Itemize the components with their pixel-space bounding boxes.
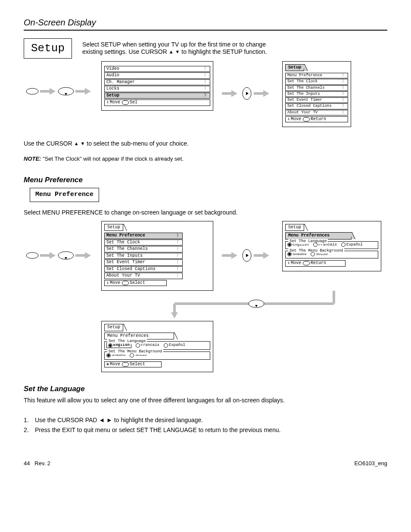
chevron-right-icon: 〉 (204, 87, 208, 91)
menu-item[interactable]: Set The Inputs〉 (285, 91, 348, 97)
menu-item[interactable]: Set Closed Captions〉 (104, 266, 183, 273)
menu-footer: ⇕Move Return (285, 260, 346, 267)
step-text: Press the EXIT to quit menu or select SE… (35, 426, 280, 434)
radio-icon (341, 243, 346, 247)
note-text: "Set The Clock" will not appear if the c… (43, 156, 184, 162)
menu-item[interactable]: About Your TV〉 (104, 273, 183, 279)
svg-marker-17 (65, 257, 67, 259)
step-text: Use the CURSOR PAD ◄ ► to highlight the … (35, 417, 203, 424)
press-right (218, 221, 282, 264)
radio-icon (108, 343, 112, 348)
svg-marker-12 (263, 90, 269, 97)
radio-icon (106, 353, 111, 358)
menu-item[interactable]: Set The Clock〉 (104, 240, 183, 246)
lang-option-espanol[interactable]: Español (164, 342, 185, 348)
paragraph: This feature will allow you to select an… (24, 397, 387, 404)
breadcrumb: Setup (104, 324, 123, 331)
procedure-text: Select MENU PREFERENCE to change on-scre… (24, 209, 387, 217)
svg-marker-19 (85, 252, 91, 259)
step-number: 2. (24, 426, 35, 434)
radio-icon (311, 252, 315, 256)
menu-item[interactable]: Set The Clock〉 (285, 79, 348, 84)
radio-icon (130, 353, 134, 358)
radio-icon (313, 243, 318, 247)
menu-item[interactable]: Video〉 (104, 66, 210, 72)
chapter-title: On-Screen Display (24, 17, 387, 28)
svg-marker-15 (50, 252, 56, 259)
menu-item-setup[interactable]: Setup〉 (104, 93, 210, 99)
select-pill-icon (122, 100, 129, 105)
radio-icon (164, 343, 168, 348)
section-heading: Menu Preference (24, 175, 387, 184)
press-right (218, 61, 282, 102)
menu-item[interactable]: Locks〉 (104, 86, 210, 92)
down-icon: ▼ (80, 141, 85, 147)
step-number: 1. (24, 417, 35, 424)
lang-option-espanol[interactable]: Español (341, 243, 363, 247)
up-icon: ▲ (74, 141, 79, 147)
text: existing settings. Use CURSOR (82, 48, 169, 55)
svg-marker-10 (246, 92, 249, 95)
chevron-right-icon: 〉 (204, 66, 208, 71)
menu-footer: ⇕Move Sel (104, 100, 210, 106)
menu-item[interactable]: Set The Channels〉 (285, 85, 348, 91)
menu-item[interactable]: Set The Inputs〉 (104, 253, 183, 259)
section-heading: Set the Language (24, 384, 387, 393)
down-icon: ▼ (175, 49, 180, 55)
menu-item[interactable]: Set Event Timer〉 (104, 259, 183, 266)
updown-icon: ⇕ (106, 280, 109, 286)
osd-setup-menu: Setup Menu Preference〉 Set The Clock〉 Se… (101, 221, 213, 291)
menu-item[interactable]: Audio〉 (104, 72, 210, 79)
group-legend: Set The Menu Background (107, 349, 163, 354)
up-icon: ▲ (169, 49, 174, 55)
radio-icon (287, 252, 292, 256)
menu-item[interactable]: Menu Preference〉 (285, 73, 348, 78)
breadcrumb: Setup (285, 224, 304, 231)
updown-icon: ⇕ (287, 261, 290, 266)
group-legend: Set The Language (107, 339, 147, 344)
breadcrumb: Menu Preferences (104, 333, 174, 340)
steps: 1. Use the CURSOR PAD ◄ ► to highlight t… (24, 417, 387, 434)
menu-item[interactable]: Ch. Manager〉 (104, 79, 210, 86)
chevron-right-icon: 〉 (204, 73, 208, 78)
setup-intro: Select SETUP when setting your TV up for… (82, 41, 387, 56)
osd-setup-menu: Setup Menu Preference〉 Set The Clock〉 Se… (282, 61, 351, 128)
radio-icon (136, 343, 140, 348)
menu-item[interactable]: Set The Channels〉 (104, 246, 183, 252)
menu-item[interactable]: Set Event Timer〉 (285, 97, 348, 103)
menu-item-menu-preference[interactable]: Menu Preference〉 (104, 233, 183, 239)
svg-marker-21 (231, 252, 237, 259)
svg-marker-29 (171, 312, 178, 318)
osd-menu-preferences: Setup Menu Preferences Set The Language … (282, 221, 381, 271)
divider (24, 30, 387, 31)
svg-marker-23 (246, 254, 249, 257)
page-footer: 44 Rev. 2 EO6103_eng (24, 460, 387, 467)
menu-item[interactable]: Set Closed Captions〉 (285, 103, 348, 109)
background-group: Set The Menu Background Shaded Solid (104, 352, 210, 359)
note-label: NOTE: (24, 156, 41, 162)
setup-box: Setup (24, 38, 72, 59)
menu-footer: ✥Move Select (104, 361, 162, 368)
svg-marker-2 (50, 88, 56, 95)
remote-press (24, 61, 101, 100)
page-number: 44 (24, 460, 30, 467)
osd-main-menu: Video〉 Audio〉 Ch. Manager〉 Locks〉 Setup〉… (101, 61, 213, 111)
svg-marker-6 (85, 88, 91, 95)
osd-menu-preferences-selected: Setup Menu Preferences Set The Language … (101, 321, 213, 372)
menu-item[interactable]: About Your TV〉 (285, 110, 348, 115)
text: Select SETUP when setting your TV up for… (82, 41, 266, 48)
text: to highlight the SETUP function. (181, 48, 267, 55)
note: NOTE: "Set The Clock" will not appear if… (24, 156, 387, 162)
left-icon: ◄ (99, 417, 105, 424)
svg-marker-8 (231, 90, 237, 97)
svg-marker-4 (65, 93, 67, 95)
right-icon: ► (106, 417, 112, 424)
chevron-right-icon: 〉 (204, 80, 208, 84)
menu-preference-box: Menu Preference (30, 188, 99, 202)
return-pill-icon (303, 117, 310, 121)
language-group: Set The Language English Francais Españo… (285, 241, 378, 249)
breadcrumb: Setup (285, 64, 304, 72)
doc-id: EO6103_eng (354, 460, 387, 467)
remote-press (24, 221, 101, 264)
chevron-right-icon: 〉 (204, 93, 208, 98)
